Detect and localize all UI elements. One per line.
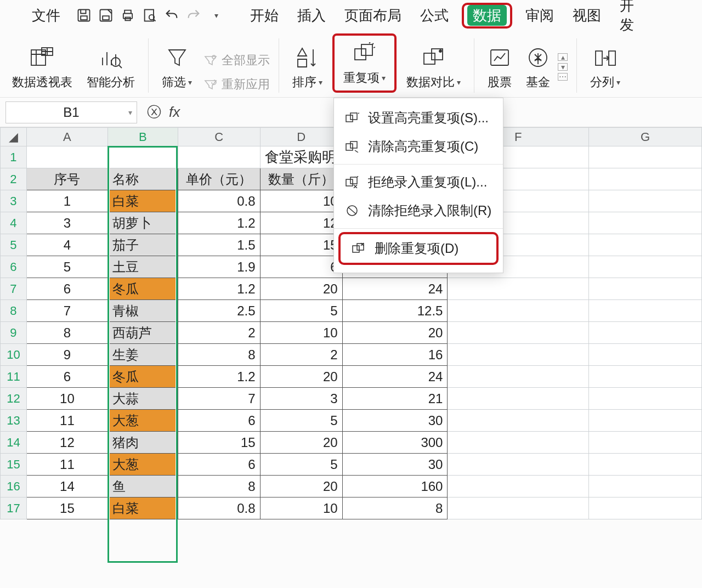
name-box[interactable]: B1 [5,101,137,123]
cell[interactable] [589,432,702,454]
cell[interactable] [448,278,589,300]
cell[interactable]: 16 [342,344,448,366]
save-icon[interactable] [75,6,93,25]
cell[interactable]: 14 [26,476,107,497]
cell[interactable]: 6 [260,256,342,278]
col-header-A[interactable]: A [26,128,107,146]
cancel-formula-icon[interactable]: ⓧ [147,103,161,122]
ribbon-datatype-more[interactable]: ▴▾⋯ [558,53,568,93]
ribbon-pivot[interactable]: 数据透视表 [8,42,77,93]
row-header[interactable]: 11 [1,366,27,388]
cell[interactable]: 9 [26,344,107,366]
menu-delete-dup[interactable]: 删除重复项(D) [338,232,499,265]
cell[interactable] [589,388,702,410]
cell[interactable]: 6 [26,278,107,300]
cell[interactable]: 5 [26,256,107,278]
cell[interactable] [589,476,702,497]
cell[interactable]: 0.8 [178,497,260,519]
cell[interactable]: 土豆 [107,256,178,278]
row-header[interactable]: 12 [1,388,27,410]
ribbon-show-all[interactable]: 全部显示 [204,52,270,69]
row-header[interactable]: 9 [1,322,27,344]
fx-icon[interactable]: fx [169,104,180,121]
row-header[interactable]: 10 [1,344,27,366]
cell[interactable]: 24 [342,366,448,388]
cell[interactable]: 15 [260,234,342,256]
cell[interactable]: 白菜 [107,190,178,212]
cell[interactable]: 1.2 [178,366,260,388]
menu-set-highlight-dup[interactable]: 设置高亮重复项(S)... [334,104,503,132]
ribbon-smart-analysis[interactable]: 智能分析 [82,42,139,93]
tab-review[interactable]: 审阅 [520,4,559,27]
cell[interactable]: 20 [260,366,342,388]
row-header[interactable]: 8 [1,300,27,322]
cell[interactable]: 5 [260,454,342,476]
cell[interactable]: 10 [260,322,342,344]
cell[interactable]: 白菜 [107,497,178,519]
cell[interactable]: 1.9 [178,256,260,278]
cell[interactable]: 160 [342,476,448,497]
ribbon-fund[interactable]: 基金 [522,42,554,93]
menu-clear-reject[interactable]: 清除拒绝录入限制(R) [334,196,503,225]
row-header[interactable]: 7 [1,278,27,300]
col-header-G[interactable]: G [589,128,702,146]
cell[interactable]: 胡萝卜 [107,212,178,234]
cell[interactable]: 2 [178,322,260,344]
cell[interactable] [448,432,589,454]
cell[interactable]: 20 [260,278,342,300]
menu-clear-highlight-dup[interactable]: 清除高亮重复项(C) [334,132,503,161]
qat-more-icon[interactable] [206,6,225,25]
cell[interactable] [448,366,589,388]
cell[interactable]: 大葱 [107,410,178,432]
cell[interactable]: 10 [260,190,342,212]
ribbon-reapply[interactable]: 重新应用 [204,76,270,93]
row-header[interactable]: 13 [1,410,27,432]
print-icon[interactable] [118,6,137,25]
cell[interactable]: 8 [178,476,260,497]
cell[interactable]: 西葫芦 [107,322,178,344]
cell[interactable]: 15 [26,497,107,519]
ribbon-text-to-columns[interactable]: 分列 [586,42,625,93]
redo-icon[interactable] [184,6,203,25]
cell[interactable] [448,454,589,476]
col-header-B[interactable]: B [107,128,178,146]
cell[interactable]: 12 [260,212,342,234]
cell[interactable]: 5 [260,410,342,432]
ribbon-filter[interactable]: 筛选 [157,42,196,93]
cell[interactable]: 3 [260,388,342,410]
cell[interactable]: 8 [342,497,448,519]
cell[interactable]: 8 [178,344,260,366]
cell[interactable]: 1.2 [178,278,260,300]
row-header[interactable]: 2 [1,168,27,190]
cell[interactable]: 7 [178,388,260,410]
cell[interactable]: 12 [26,432,107,454]
ribbon-duplicates[interactable]: 重复项 [339,38,390,88]
cell[interactable]: 20 [342,322,448,344]
cell[interactable]: 11 [26,410,107,432]
col-header-D[interactable]: D [260,128,342,146]
save-as-icon[interactable] [97,6,115,25]
cell[interactable]: 10 [26,388,107,410]
cell[interactable]: 12.5 [342,300,448,322]
row-header[interactable]: 6 [1,256,27,278]
cell[interactable] [589,410,702,432]
cell[interactable] [589,212,702,234]
row-header[interactable]: 5 [1,234,27,256]
undo-icon[interactable] [162,6,181,25]
cell[interactable]: 1.2 [178,212,260,234]
cell[interactable]: 4 [26,234,107,256]
row-header[interactable]: 3 [1,190,27,212]
row-header[interactable]: 4 [1,212,27,234]
cell[interactable]: 大蒜 [107,388,178,410]
menu-reject-dup[interactable]: 拒绝录入重复项(L)... [334,168,503,196]
tab-start[interactable]: 开始 [245,4,284,27]
col-header-C[interactable]: C [178,128,260,146]
cell[interactable]: 5 [260,300,342,322]
cell[interactable]: 冬瓜 [107,278,178,300]
cell[interactable]: 鱼 [107,476,178,497]
cell[interactable]: 青椒 [107,300,178,322]
row-header[interactable]: 16 [1,476,27,497]
cell[interactable] [589,234,702,256]
select-all-corner[interactable]: ◢ [1,128,27,146]
tab-dev[interactable]: 开发 [614,0,641,37]
